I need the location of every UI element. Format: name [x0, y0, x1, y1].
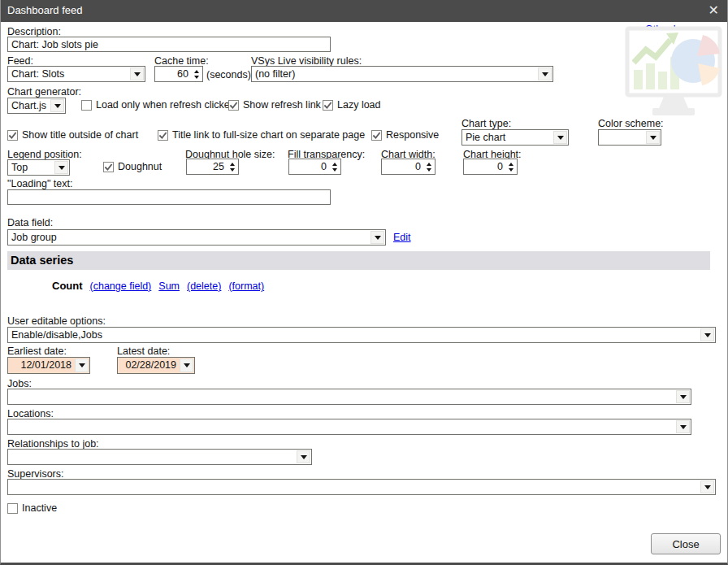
checkbox-label: Title link to full-size chart on separat… — [172, 129, 365, 141]
delete-link[interactable]: (delete) — [187, 280, 221, 292]
series-name: Count — [52, 280, 83, 292]
chevron-down-icon[interactable] — [50, 99, 64, 112]
inactive-checkbox[interactable]: Inactive — [7, 502, 57, 514]
visibility-rules-label: VSys Live visibility rules: — [251, 55, 362, 67]
chevron-down-icon[interactable] — [370, 231, 384, 244]
doughnut-checkbox[interactable]: Doughnut — [103, 161, 162, 172]
checkbox-label: Show title outside of chart — [22, 129, 138, 141]
title-bar: Dashboard feed ✕ — [1, 0, 727, 22]
change-field-link[interactable]: (change field) — [90, 280, 152, 292]
show-title-outside-checkbox[interactable]: Show title outside of chart — [7, 129, 138, 141]
color-scheme-select[interactable] — [598, 129, 661, 146]
checkbox-label: Doughnut — [118, 161, 162, 172]
earliest-date-label: Earliest date: — [7, 346, 67, 357]
user-editable-options-select[interactable]: Enable/disable,Jobs — [7, 327, 716, 343]
dashboard-feed-dialog: Dashboard feed ✕ Other languages Descrip… — [0, 0, 728, 565]
window-title: Dashboard feed — [7, 4, 83, 16]
section-title: Data series — [7, 251, 710, 267]
spinner-arrows-icon[interactable] — [329, 160, 340, 173]
loading-text-input[interactable] — [7, 189, 331, 205]
data-series-section-header: Data series — [7, 251, 710, 270]
chevron-down-icon[interactable] — [54, 161, 68, 174]
description-label: Description: — [7, 26, 61, 37]
feed-label: Feed: — [7, 55, 33, 67]
jobs-select[interactable] — [7, 389, 691, 405]
locations-label: Locations: — [7, 408, 54, 419]
checkbox-label: Load only when refresh clicked — [96, 99, 236, 111]
chevron-down-icon[interactable] — [538, 67, 552, 80]
chevron-down-icon[interactable] — [75, 359, 89, 372]
checkbox-box — [228, 100, 239, 111]
checkbox-label: Responsive — [386, 129, 439, 141]
close-button[interactable]: Close — [651, 533, 721, 554]
monitor-stand — [652, 97, 695, 115]
description-input[interactable] — [7, 37, 331, 52]
chevron-down-icon[interactable] — [180, 359, 193, 372]
close-icon[interactable]: ✕ — [708, 2, 719, 19]
lazy-load-checkbox[interactable]: Lazy load — [323, 99, 381, 111]
sum-link[interactable]: Sum — [158, 280, 180, 292]
checkbox-box — [103, 162, 114, 172]
feed-select[interactable]: Chart: Slots — [7, 66, 145, 82]
chart-generator-select[interactable]: Chart.js — [7, 98, 66, 114]
legend-position-label: Legend position: — [7, 149, 82, 160]
show-refresh-link-checkbox[interactable]: Show refresh link — [228, 99, 321, 111]
cache-time-label: Cache time: — [154, 55, 209, 67]
checkbox-label: Lazy load — [337, 99, 381, 111]
checkbox-box — [7, 503, 18, 514]
checkbox-box — [81, 100, 92, 111]
locations-select[interactable] — [7, 419, 691, 435]
data-field-label: Data field: — [7, 217, 53, 228]
supervisors-select[interactable] — [7, 479, 716, 495]
chart-type-label: Chart type: — [462, 118, 511, 129]
spinner-arrows-icon[interactable] — [191, 67, 202, 80]
supervisors-label: Supervisors: — [7, 468, 63, 480]
chart-width-stepper[interactable]: 0 — [381, 159, 436, 175]
cache-time-suffix: (seconds) — [206, 69, 251, 80]
checkbox-box — [323, 100, 333, 111]
chart-type-select[interactable]: Pie chart — [462, 129, 569, 146]
chevron-down-icon[interactable] — [646, 131, 660, 144]
doughnut-hole-size-stepper[interactable]: 25 — [186, 159, 239, 175]
data-field-select[interactable]: Job group — [7, 229, 386, 246]
spinner-arrows-icon[interactable] — [227, 160, 237, 173]
jobs-label: Jobs: — [7, 378, 32, 389]
cache-time-stepper[interactable]: 60 — [154, 66, 203, 82]
data-series-row: Count (change field) Sum (delete) (forma… — [52, 280, 264, 292]
checkbox-box — [7, 130, 18, 141]
checkbox-box — [158, 130, 168, 141]
title-link-fullsize-checkbox[interactable]: Title link to full-size chart on separat… — [158, 129, 365, 141]
chart-height-stepper[interactable]: 0 — [463, 159, 518, 175]
load-only-refresh-checkbox[interactable]: Load only when refresh clicked — [81, 99, 236, 111]
chevron-down-icon[interactable] — [130, 67, 144, 80]
checkbox-box — [371, 130, 382, 141]
color-scheme-label: Color scheme: — [598, 118, 664, 129]
earliest-date-picker[interactable]: 12/01/2018 — [7, 357, 90, 374]
user-editable-options-label: User editable options: — [7, 315, 106, 327]
fill-transparency-stepper[interactable]: 0 — [288, 159, 341, 175]
chevron-down-icon[interactable] — [553, 131, 567, 144]
loading-text-label: "Loading" text: — [7, 178, 72, 189]
visibility-rules-select[interactable]: (no filter) — [251, 66, 553, 82]
latest-date-picker[interactable]: 02/28/2019 — [117, 357, 195, 374]
spinner-arrows-icon[interactable] — [505, 160, 516, 173]
legend-position-select[interactable]: Top — [7, 159, 70, 176]
chevron-down-icon[interactable] — [297, 450, 310, 463]
dashboard-illustration — [622, 26, 727, 119]
responsive-checkbox[interactable]: Responsive — [371, 129, 439, 141]
relationships-to-job-select[interactable] — [7, 449, 312, 465]
spinner-arrows-icon[interactable] — [423, 160, 434, 173]
chevron-down-icon[interactable] — [676, 420, 690, 433]
chart-generator-label: Chart generator: — [7, 86, 81, 98]
chevron-down-icon[interactable] — [700, 328, 714, 341]
latest-date-label: Latest date: — [117, 346, 170, 357]
relationships-to-job-label: Relationships to job: — [7, 438, 99, 450]
chevron-down-icon[interactable] — [676, 390, 690, 403]
format-link[interactable]: (format) — [228, 280, 264, 292]
chevron-down-icon[interactable] — [700, 480, 714, 493]
checkbox-label: Show refresh link — [243, 99, 321, 111]
checkbox-label: Inactive — [22, 502, 57, 514]
data-field-edit-link[interactable]: Edit — [393, 232, 411, 243]
